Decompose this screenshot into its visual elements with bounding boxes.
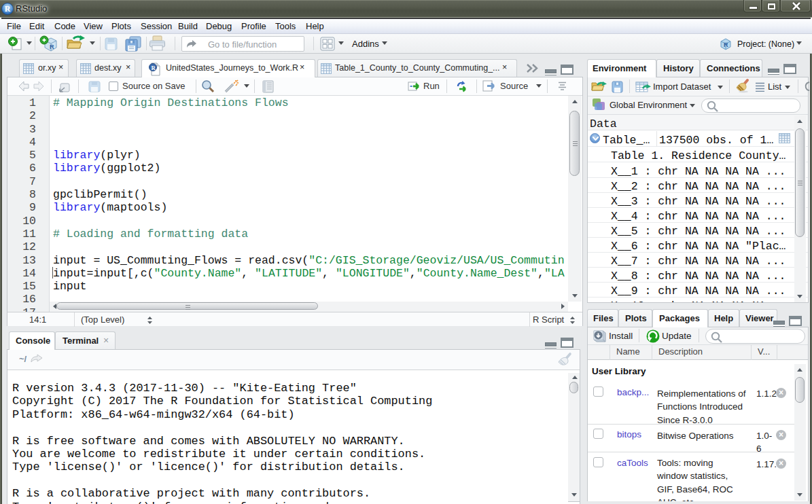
svg-text:R: R [724, 41, 728, 48]
svg-text:R: R [152, 65, 156, 71]
svg-text:R: R [50, 43, 54, 50]
